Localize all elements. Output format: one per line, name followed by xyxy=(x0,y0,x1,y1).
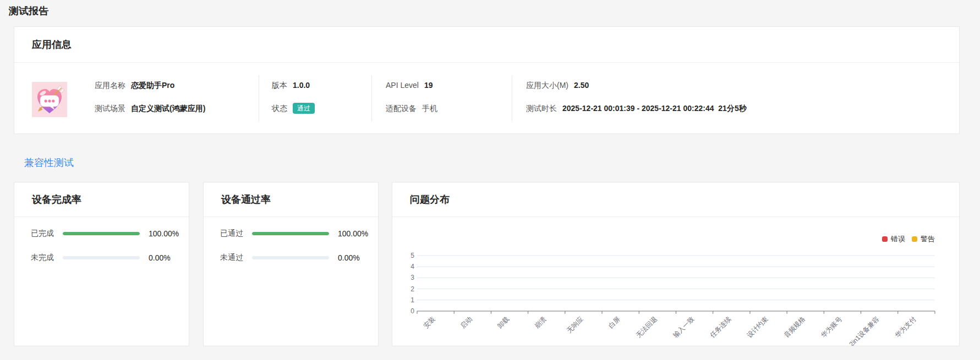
unpassed-percent: 0.00% xyxy=(338,253,360,262)
svg-text:安装: 安装 xyxy=(422,315,437,330)
page-title: 测试报告 xyxy=(9,5,48,16)
column-divider xyxy=(371,75,372,121)
svg-text:华为支付: 华为支付 xyxy=(894,315,918,339)
uncompleted-percent: 0.00% xyxy=(149,253,171,262)
column-divider xyxy=(512,75,512,121)
issue-distribution-title: 问题分布 xyxy=(392,182,959,217)
app-size-row: 应用大小(M) 2.50 xyxy=(526,80,589,91)
app-icon xyxy=(32,82,67,117)
test-scene-value: 自定义测试(鸿蒙应用) xyxy=(131,103,205,114)
issue-distribution-chart: 错误 警告 012345 安装启动卸载崩溃无响应白屏无法回退输入一致任务连续设计… xyxy=(392,217,959,346)
device-pass-title: 设备通过率 xyxy=(204,182,378,217)
completed-row: 已完成 100.00% xyxy=(31,228,189,239)
version-label: 版本 xyxy=(272,80,287,91)
completed-progress-fill xyxy=(63,232,140,235)
svg-text:2in1设备兼容: 2in1设备兼容 xyxy=(847,315,880,346)
svg-text:输入一致: 输入一致 xyxy=(671,315,696,339)
duration-label: 测试时长 xyxy=(526,103,557,114)
passed-progress-bar xyxy=(252,232,329,235)
completed-label: 已完成 xyxy=(31,229,63,239)
passed-percent: 100.00% xyxy=(338,229,368,238)
device-completion-body: 已完成 100.00% 未完成 0.00% xyxy=(14,217,189,263)
app-info-card-title: 应用信息 xyxy=(14,27,959,63)
svg-text:华为账号: 华为账号 xyxy=(819,315,844,339)
chart-x-axis xyxy=(417,311,935,314)
version-value: 1.0.0 xyxy=(293,80,310,91)
svg-text:1: 1 xyxy=(410,296,414,304)
api-level-label: API Level xyxy=(386,80,419,91)
svg-text:5: 5 xyxy=(410,252,414,259)
app-name-row: 应用名称 恋爱助手Pro xyxy=(95,80,174,91)
svg-text:崩溃: 崩溃 xyxy=(533,315,548,330)
app-name-value: 恋爱助手Pro xyxy=(131,80,174,91)
device-pass-card: 设备通过率 已通过 100.00% 未通过 0.00% xyxy=(203,182,379,346)
svg-text:2: 2 xyxy=(410,285,414,293)
svg-text:设计约束: 设计约束 xyxy=(746,315,770,339)
device-label: 适配设备 xyxy=(386,103,417,114)
unpassed-label: 未通过 xyxy=(220,253,252,263)
chart-y-axis-labels: 012345 xyxy=(410,252,414,315)
completed-progress-bar xyxy=(63,232,140,235)
passed-row: 已通过 100.00% xyxy=(220,228,378,239)
uncompleted-row: 未完成 0.00% xyxy=(31,252,189,263)
chart-x-axis-labels: 安装启动卸载崩溃无响应白屏无法回退输入一致任务连续设计约束音频规格华为账号2in… xyxy=(422,315,918,346)
svg-text:3: 3 xyxy=(410,274,414,281)
device-row: 适配设备 手机 xyxy=(386,103,437,114)
app-size-value: 2.50 xyxy=(574,80,589,91)
unpassed-row: 未通过 0.00% xyxy=(220,252,378,263)
svg-text:0: 0 xyxy=(410,307,414,315)
svg-text:无法回退: 无法回退 xyxy=(634,315,659,339)
svg-text:白屏: 白屏 xyxy=(607,315,622,330)
svg-text:启动: 启动 xyxy=(459,315,474,330)
status-label: 状态 xyxy=(272,103,287,114)
status-badge: 通过 xyxy=(293,103,315,114)
heart-chat-arrow-icon xyxy=(32,82,67,117)
passed-label: 已通过 xyxy=(220,229,252,239)
uncompleted-progress-bar xyxy=(63,256,140,259)
chart-gridlines xyxy=(417,256,935,300)
version-row: 版本 1.0.0 xyxy=(272,80,310,91)
svg-text:无响应: 无响应 xyxy=(565,315,584,334)
svg-text:卸载: 卸载 xyxy=(496,315,511,330)
device-pass-body: 已通过 100.00% 未通过 0.00% xyxy=(204,217,378,263)
app-info-card: 应用信息 xyxy=(14,26,960,134)
issue-distribution-card: 问题分布 错误 警告 012345 安装启动卸载崩溃无响应白屏无法回退输入一致任… xyxy=(392,182,960,346)
device-value: 手机 xyxy=(422,103,437,114)
uncompleted-label: 未完成 xyxy=(31,253,63,263)
test-scene-label: 测试场景 xyxy=(95,103,125,114)
duration-row: 测试时长 2025-12-21 00:01:39 - 2025-12-21 00… xyxy=(526,103,747,114)
device-completion-card: 设备完成率 已完成 100.00% 未完成 0.00% xyxy=(14,182,189,346)
app-size-label: 应用大小(M) xyxy=(526,80,568,91)
status-row: 状态 通过 xyxy=(272,103,315,114)
svg-text:音频规格: 音频规格 xyxy=(782,315,807,339)
test-scene-row: 测试场景 自定义测试(鸿蒙应用) xyxy=(95,103,205,114)
column-divider xyxy=(259,75,259,121)
bar-chart-canvas: 012345 安装启动卸载崩溃无响应白屏无法回退输入一致任务连续设计约束音频规格… xyxy=(392,217,959,346)
completed-percent: 100.00% xyxy=(149,229,179,238)
app-name-label: 应用名称 xyxy=(95,80,125,91)
app-info-body: 应用名称 恋爱助手Pro 测试场景 自定义测试(鸿蒙应用) 版本 1.0.0 状… xyxy=(14,63,959,134)
passed-progress-fill xyxy=(252,232,329,235)
api-level-row: API Level 19 xyxy=(386,80,433,91)
api-level-value: 19 xyxy=(424,80,433,91)
unpassed-progress-bar xyxy=(252,256,329,259)
test-report-page: { "page": { "title": "测试报告" }, "app_info… xyxy=(0,0,980,360)
duration-value: 2025-12-21 00:01:39 - 2025-12-21 00:22:4… xyxy=(562,103,747,114)
device-completion-title: 设备完成率 xyxy=(14,182,189,217)
svg-text:任务连续: 任务连续 xyxy=(708,315,733,340)
compatibility-test-link[interactable]: 兼容性测试 xyxy=(24,157,74,169)
svg-text:4: 4 xyxy=(410,263,414,270)
